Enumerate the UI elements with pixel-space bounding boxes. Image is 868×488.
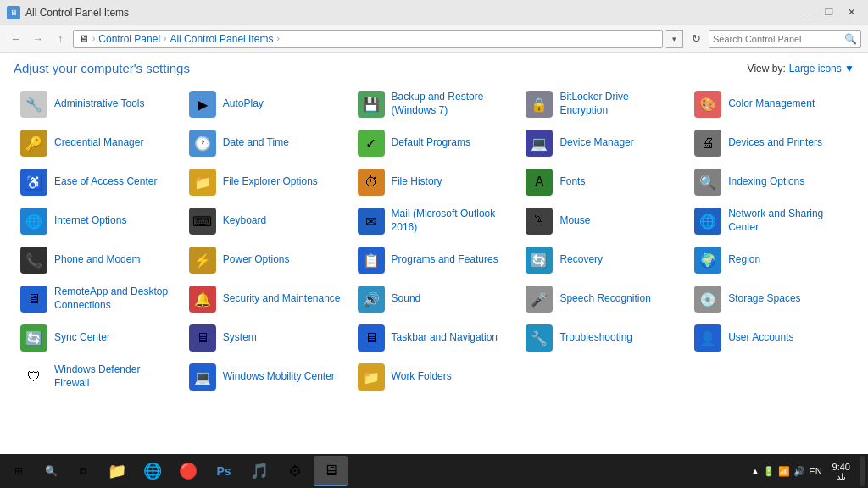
up-button[interactable]: ↑ — [51, 30, 70, 48]
cp-item-speech-recognition[interactable]: 🎤 Speech Recognition — [519, 280, 686, 318]
cp-label-windows-mobility[interactable]: Windows Mobility Center — [223, 370, 335, 384]
cp-item-internet-options[interactable]: 🌐 Internet Options — [14, 202, 181, 240]
cp-label-speech-recognition[interactable]: Speech Recognition — [559, 292, 650, 306]
file-explorer-taskbar[interactable]: 📁 — [100, 456, 134, 486]
cp-item-mouse[interactable]: 🖱 Mouse — [519, 202, 686, 240]
cp-item-keyboard[interactable]: ⌨ Keyboard — [182, 202, 349, 240]
forward-button[interactable]: → — [29, 30, 47, 48]
cp-item-administrative-tools[interactable]: 🔧 Administrative Tools — [14, 86, 181, 123]
back-button[interactable]: ← — [7, 30, 25, 48]
chrome-taskbar[interactable]: 🔴 — [171, 456, 205, 486]
cp-item-programs-features[interactable]: 📋 Programs and Features — [351, 241, 518, 279]
cp-item-fonts[interactable]: A Fonts — [519, 164, 686, 201]
cp-label-power-options[interactable]: Power Options — [223, 253, 290, 267]
cp-item-backup-restore[interactable]: 💾 Backup and Restore (Windows 7) — [351, 86, 518, 123]
cp-label-credential-manager[interactable]: Credential Manager — [54, 136, 143, 150]
cp-label-fonts[interactable]: Fonts — [559, 175, 585, 189]
cp-label-mouse[interactable]: Mouse — [559, 214, 590, 228]
search-taskbar-button[interactable]: 🔍 — [36, 456, 66, 486]
refresh-button[interactable]: ↻ — [687, 30, 705, 48]
search-input[interactable] — [713, 34, 844, 44]
cp-label-storage-spaces[interactable]: Storage Spaces — [728, 292, 800, 306]
cp-item-windows-mobility[interactable]: 💻 Windows Mobility Center — [182, 358, 349, 396]
cp-label-user-accounts[interactable]: User Accounts — [728, 331, 793, 345]
cp-item-sound[interactable]: 🔊 Sound — [351, 280, 518, 318]
cp-label-indexing-options[interactable]: Indexing Options — [728, 175, 804, 189]
cp-label-backup-restore[interactable]: Backup and Restore (Windows 7) — [392, 91, 511, 117]
close-button[interactable]: ✕ — [841, 4, 861, 21]
cp-taskbar[interactable]: 🖥 — [314, 456, 348, 486]
cp-label-phone-modem[interactable]: Phone and Modem — [54, 253, 140, 267]
cp-item-remote-app[interactable]: 🖥 RemoteApp and Desktop Connections — [14, 280, 181, 318]
cp-item-system[interactable]: 🖥 System — [182, 319, 349, 357]
cp-item-windows-defender[interactable]: 🛡 Windows Defender Firewall — [14, 358, 181, 396]
cp-label-file-explorer-options[interactable]: File Explorer Options — [223, 175, 318, 189]
cp-item-autoplay[interactable]: ▶ AutoPlay — [182, 86, 349, 123]
cp-item-date-time[interactable]: 🕐 Date and Time — [182, 125, 349, 162]
tray-language[interactable]: EN — [809, 466, 821, 476]
cp-label-remote-app[interactable]: RemoteApp and Desktop Connections — [54, 286, 174, 312]
cp-item-phone-modem[interactable]: 📞 Phone and Modem — [14, 241, 181, 279]
cp-item-indexing-options[interactable]: 🔍 Indexing Options — [687, 164, 854, 201]
cp-label-windows-defender[interactable]: Windows Defender Firewall — [54, 363, 174, 390]
cp-label-security-maintenance[interactable]: Security and Maintenance — [223, 292, 341, 306]
breadcrumb-all-items[interactable]: All Control Panel Items — [170, 33, 273, 45]
cp-label-administrative-tools[interactable]: Administrative Tools — [54, 97, 145, 111]
cp-item-storage-spaces[interactable]: 💿 Storage Spaces — [687, 280, 854, 318]
show-desktop-button[interactable] — [860, 456, 865, 486]
cp-item-work-folders[interactable]: 📁 Work Folders — [351, 358, 518, 396]
cp-item-devices-printers[interactable]: 🖨 Devices and Printers — [687, 125, 854, 162]
cp-label-programs-features[interactable]: Programs and Features — [392, 253, 498, 267]
cp-item-security-maintenance[interactable]: 🔔 Security and Maintenance — [182, 280, 349, 318]
photoshop-taskbar[interactable]: Ps — [207, 456, 241, 486]
cp-item-user-accounts[interactable]: 👤 User Accounts — [687, 319, 854, 357]
start-button[interactable]: ⊞ — [3, 456, 34, 486]
cp-label-region[interactable]: Region — [728, 253, 760, 267]
cp-label-file-history[interactable]: File History — [392, 175, 442, 189]
edge-taskbar[interactable]: 🌐 — [136, 456, 170, 486]
cp-item-mail[interactable]: ✉ Mail (Microsoft Outlook 2016) — [351, 202, 518, 240]
cp-label-keyboard[interactable]: Keyboard — [223, 214, 266, 228]
cp-label-default-programs[interactable]: Default Programs — [392, 136, 470, 150]
cp-item-recovery[interactable]: 🔄 Recovery — [519, 241, 686, 279]
cp-item-file-explorer-options[interactable]: 📁 File Explorer Options — [182, 164, 349, 201]
cp-item-device-manager[interactable]: 💻 Device Manager — [519, 125, 686, 162]
cp-label-mail[interactable]: Mail (Microsoft Outlook 2016) — [392, 208, 511, 234]
search-icon[interactable]: 🔍 — [844, 33, 857, 45]
cp-label-sound[interactable]: Sound — [392, 292, 421, 306]
tray-chevron[interactable]: ▲ — [750, 466, 760, 476]
cp-label-devices-printers[interactable]: Devices and Printers — [728, 136, 822, 150]
clock[interactable]: 9:40 بلد — [826, 462, 857, 481]
cp-label-bitlocker[interactable]: BitLocker Drive Encryption — [559, 91, 679, 117]
cp-label-network-sharing[interactable]: Network and Sharing Center — [728, 208, 848, 234]
cp-label-internet-options[interactable]: Internet Options — [54, 214, 126, 228]
cp-item-power-options[interactable]: ⚡ Power Options — [182, 241, 349, 279]
cp-item-network-sharing[interactable]: 🌐 Network and Sharing Center — [687, 202, 854, 240]
media-taskbar[interactable]: 🎵 — [242, 456, 276, 486]
cp-label-troubleshooting[interactable]: Troubleshooting — [559, 331, 632, 345]
cp-item-ease-of-access[interactable]: ♿ Ease of Access Center — [14, 164, 181, 201]
cp-item-file-history[interactable]: ⏱ File History — [351, 164, 518, 201]
cp-item-credential-manager[interactable]: 🔑 Credential Manager — [14, 125, 181, 162]
restore-button[interactable]: ❐ — [819, 4, 839, 21]
minimize-button[interactable]: — — [797, 4, 817, 21]
cp-label-system[interactable]: System — [223, 331, 257, 345]
breadcrumb-control-panel[interactable]: Control Panel — [98, 33, 160, 45]
cp-item-region[interactable]: 🌍 Region — [687, 241, 854, 279]
cp-label-work-folders[interactable]: Work Folders — [392, 370, 452, 384]
cp-label-taskbar-navigation[interactable]: Taskbar and Navigation — [392, 331, 498, 345]
task-view-button[interactable]: ⧉ — [68, 456, 98, 486]
cp-item-sync-center[interactable]: 🔄 Sync Center — [14, 319, 181, 357]
cp-label-ease-of-access[interactable]: Ease of Access Center — [54, 175, 157, 189]
cp-item-troubleshooting[interactable]: 🔧 Troubleshooting — [519, 319, 686, 357]
breadcrumb-dropdown[interactable]: ▾ — [666, 30, 683, 48]
cp-item-taskbar-navigation[interactable]: 🖥 Taskbar and Navigation — [351, 319, 518, 357]
tray-volume[interactable]: 🔊 — [793, 466, 805, 477]
cp-label-sync-center[interactable]: Sync Center — [54, 331, 110, 345]
cp-label-color-management[interactable]: Color Management — [728, 97, 815, 111]
view-by-value[interactable]: Large icons ▼ — [789, 63, 854, 75]
settings-taskbar[interactable]: ⚙ — [278, 456, 312, 486]
cp-label-recovery[interactable]: Recovery — [559, 253, 603, 267]
cp-item-bitlocker[interactable]: 🔒 BitLocker Drive Encryption — [519, 86, 686, 123]
cp-label-date-time[interactable]: Date and Time — [223, 136, 289, 150]
